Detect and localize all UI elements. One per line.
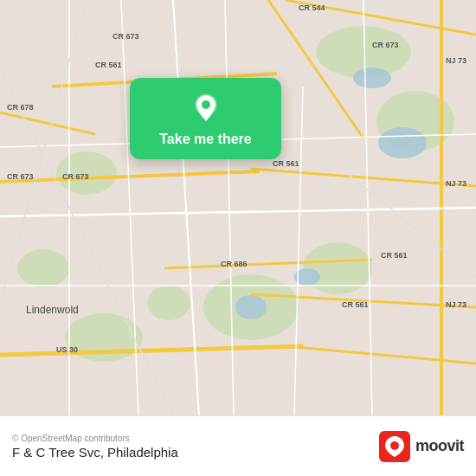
svg-point-7 (17, 249, 69, 287)
svg-text:CR 561: CR 561 (342, 300, 369, 309)
svg-text:CR 673: CR 673 (7, 172, 34, 181)
svg-point-6 (147, 286, 190, 320)
moovit-logo[interactable]: moovit (379, 431, 464, 462)
info-left: © OpenStreetMap contributors F & C Tree … (12, 434, 178, 460)
svg-text:CR 673: CR 673 (113, 32, 139, 41)
svg-text:CR 678: CR 678 (7, 103, 34, 112)
map-svg: CR 561 CR 673 CR 544 CR 673 CR 678 CR 67… (0, 0, 476, 415)
svg-text:CR 686: CR 686 (221, 260, 248, 268)
svg-text:CR 561: CR 561 (273, 159, 299, 168)
svg-text:CR 544: CR 544 (299, 3, 325, 12)
location-pin-icon (190, 92, 222, 125)
info-bar: © OpenStreetMap contributors F & C Tree … (0, 415, 476, 476)
svg-text:US 30: US 30 (56, 345, 78, 354)
svg-text:NJ 73: NJ 73 (446, 56, 466, 65)
svg-point-55 (390, 441, 399, 450)
svg-point-3 (303, 242, 372, 294)
svg-point-10 (378, 127, 427, 158)
svg-text:CR 561: CR 561 (381, 251, 408, 260)
svg-point-9 (353, 68, 391, 88)
svg-text:CR 561: CR 561 (95, 61, 122, 69)
svg-text:NJ 73: NJ 73 (446, 179, 466, 188)
copyright-text: © OpenStreetMap contributors (12, 434, 178, 443)
location-title: F & C Tree Svc, Philadelphia (12, 445, 178, 460)
location-popup[interactable]: Take me there (130, 78, 281, 159)
moovit-text: moovit (415, 437, 464, 455)
map-container[interactable]: CR 561 CR 673 CR 544 CR 673 CR 678 CR 67… (0, 0, 476, 415)
svg-point-53 (202, 100, 210, 109)
svg-point-11 (235, 295, 267, 319)
moovit-icon-svg (379, 431, 410, 462)
svg-text:Lindenwold: Lindenwold (26, 304, 79, 316)
svg-text:CR 673: CR 673 (62, 172, 89, 181)
popup-label: Take me there (159, 132, 251, 147)
svg-text:CR 673: CR 673 (372, 41, 399, 49)
svg-text:NJ 73: NJ 73 (446, 300, 466, 309)
